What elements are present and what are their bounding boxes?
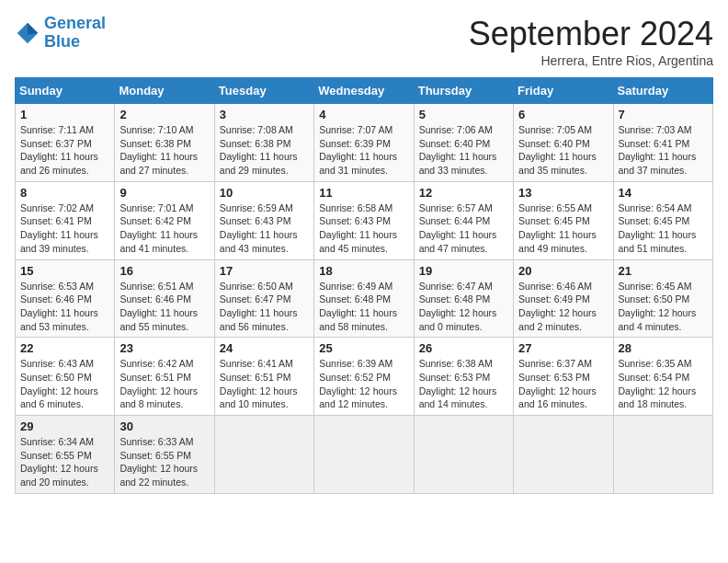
day-number: 18 (319, 264, 408, 278)
day-info: Sunrise: 6:50 AM Sunset: 6:47 PM Dayligh… (220, 280, 309, 334)
calendar-day-cell: 19 Sunrise: 6:47 AM Sunset: 6:48 PM Dayl… (414, 259, 513, 338)
daylight-text: Daylight: 12 hours and 22 minutes. (119, 462, 209, 488)
sunset-text: Sunset: 6:54 PM (619, 371, 708, 385)
title-block: September 2024 Herrera, Entre Rios, Arge… (469, 15, 713, 68)
sunset-text: Sunset: 6:55 PM (20, 449, 109, 463)
day-number: 27 (518, 341, 608, 355)
daylight-text: Daylight: 12 hours and 20 minutes. (20, 462, 109, 488)
sunset-text: Sunset: 6:46 PM (20, 293, 109, 306)
weekday-header: Thursday (414, 78, 513, 104)
day-info: Sunrise: 6:34 AM Sunset: 6:55 PM Dayligh… (20, 435, 109, 489)
daylight-text: Daylight: 11 hours and 39 minutes. (20, 228, 109, 255)
sunrise-text: Sunrise: 6:45 AM (619, 280, 708, 293)
day-info: Sunrise: 6:59 AM Sunset: 6:43 PM Dayligh… (220, 201, 309, 256)
sunset-text: Sunset: 6:43 PM (319, 214, 408, 228)
day-number: 9 (119, 186, 209, 200)
calendar-day-cell: 18 Sunrise: 6:49 AM Sunset: 6:48 PM Dayl… (314, 259, 414, 338)
calendar-day-cell: 10 Sunrise: 6:59 AM Sunset: 6:43 PM Dayl… (214, 181, 313, 259)
day-info: Sunrise: 7:11 AM Sunset: 6:37 PM Dayligh… (20, 123, 109, 178)
calendar-day-cell: 7 Sunrise: 7:03 AM Sunset: 6:41 PM Dayli… (613, 104, 712, 182)
sunset-text: Sunset: 6:44 PM (419, 214, 508, 228)
day-info: Sunrise: 6:45 AM Sunset: 6:50 PM Dayligh… (619, 280, 708, 334)
sunrise-text: Sunrise: 7:11 AM (20, 123, 109, 137)
weekday-header: Sunday (16, 78, 115, 104)
sunrise-text: Sunrise: 6:35 AM (619, 357, 708, 371)
sunset-text: Sunset: 6:38 PM (220, 137, 309, 151)
sunrise-text: Sunrise: 6:46 AM (518, 280, 608, 293)
logo-text: General Blue (44, 15, 106, 52)
calendar-day-cell (214, 416, 313, 494)
sunset-text: Sunset: 6:39 PM (319, 137, 408, 151)
sunset-text: Sunset: 6:51 PM (220, 371, 309, 385)
sunset-text: Sunset: 6:51 PM (119, 371, 209, 385)
calendar-day-cell: 20 Sunrise: 6:46 AM Sunset: 6:49 PM Dayl… (514, 259, 613, 338)
daylight-text: Daylight: 12 hours and 0 minutes. (419, 306, 508, 333)
calendar-day-cell: 21 Sunrise: 6:45 AM Sunset: 6:50 PM Dayl… (613, 259, 712, 338)
day-info: Sunrise: 6:43 AM Sunset: 6:50 PM Dayligh… (20, 357, 109, 411)
day-info: Sunrise: 6:35 AM Sunset: 6:54 PM Dayligh… (619, 357, 708, 411)
daylight-text: Daylight: 11 hours and 41 minutes. (119, 228, 209, 255)
calendar-week-row: 1 Sunrise: 7:11 AM Sunset: 6:37 PM Dayli… (16, 104, 713, 182)
day-number: 11 (319, 186, 408, 200)
calendar-day-cell: 29 Sunrise: 6:34 AM Sunset: 6:55 PM Dayl… (16, 416, 115, 494)
day-number: 2 (119, 108, 209, 121)
sunrise-text: Sunrise: 6:55 AM (518, 201, 608, 215)
day-info: Sunrise: 6:54 AM Sunset: 6:45 PM Dayligh… (619, 201, 708, 256)
sunset-text: Sunset: 6:43 PM (220, 214, 309, 228)
day-number: 19 (419, 264, 508, 278)
daylight-text: Daylight: 11 hours and 37 minutes. (619, 150, 708, 177)
calendar-day-cell: 5 Sunrise: 7:06 AM Sunset: 6:40 PM Dayli… (414, 104, 513, 182)
daylight-text: Daylight: 11 hours and 26 minutes. (20, 150, 109, 177)
sunset-text: Sunset: 6:41 PM (619, 137, 708, 151)
daylight-text: Daylight: 11 hours and 47 minutes. (419, 228, 508, 255)
calendar-day-cell: 27 Sunrise: 6:37 AM Sunset: 6:53 PM Dayl… (514, 338, 613, 416)
calendar-day-cell: 25 Sunrise: 6:39 AM Sunset: 6:52 PM Dayl… (314, 338, 414, 416)
day-info: Sunrise: 6:37 AM Sunset: 6:53 PM Dayligh… (518, 357, 608, 411)
day-info: Sunrise: 6:49 AM Sunset: 6:48 PM Dayligh… (319, 280, 408, 334)
sunset-text: Sunset: 6:40 PM (419, 137, 508, 151)
daylight-text: Daylight: 12 hours and 6 minutes. (20, 385, 109, 411)
calendar-day-cell: 1 Sunrise: 7:11 AM Sunset: 6:37 PM Dayli… (16, 104, 115, 182)
sunrise-text: Sunrise: 7:07 AM (319, 123, 408, 137)
day-number: 12 (419, 186, 508, 200)
calendar-week-row: 22 Sunrise: 6:43 AM Sunset: 6:50 PM Dayl… (16, 338, 713, 416)
day-info: Sunrise: 7:08 AM Sunset: 6:38 PM Dayligh… (220, 123, 309, 178)
day-number: 1 (20, 108, 109, 121)
sunrise-text: Sunrise: 6:33 AM (119, 435, 209, 449)
calendar-day-cell (414, 416, 513, 494)
sunset-text: Sunset: 6:50 PM (20, 371, 109, 385)
day-info: Sunrise: 7:06 AM Sunset: 6:40 PM Dayligh… (419, 123, 508, 178)
day-info: Sunrise: 6:42 AM Sunset: 6:51 PM Dayligh… (119, 357, 209, 411)
day-info: Sunrise: 6:57 AM Sunset: 6:44 PM Dayligh… (419, 201, 508, 256)
sunrise-text: Sunrise: 6:53 AM (20, 280, 109, 293)
sunrise-text: Sunrise: 6:54 AM (619, 201, 708, 215)
sunrise-text: Sunrise: 7:06 AM (419, 123, 508, 137)
daylight-text: Daylight: 11 hours and 35 minutes. (518, 150, 608, 177)
sunrise-text: Sunrise: 6:58 AM (319, 201, 408, 215)
calendar-day-cell: 15 Sunrise: 6:53 AM Sunset: 6:46 PM Dayl… (16, 259, 115, 338)
sunrise-text: Sunrise: 6:39 AM (319, 357, 408, 371)
day-info: Sunrise: 7:10 AM Sunset: 6:38 PM Dayligh… (119, 123, 209, 178)
day-info: Sunrise: 6:39 AM Sunset: 6:52 PM Dayligh… (319, 357, 408, 411)
sunset-text: Sunset: 6:52 PM (319, 371, 408, 385)
calendar-day-cell: 16 Sunrise: 6:51 AM Sunset: 6:46 PM Dayl… (115, 259, 214, 338)
calendar-day-cell: 9 Sunrise: 7:01 AM Sunset: 6:42 PM Dayli… (115, 181, 214, 259)
calendar-day-cell: 8 Sunrise: 7:02 AM Sunset: 6:41 PM Dayli… (16, 181, 115, 259)
calendar-day-cell: 26 Sunrise: 6:38 AM Sunset: 6:53 PM Dayl… (414, 338, 513, 416)
sunrise-text: Sunrise: 6:57 AM (419, 201, 508, 215)
calendar-day-cell (613, 416, 712, 494)
daylight-text: Daylight: 12 hours and 12 minutes. (319, 385, 408, 411)
calendar-day-cell: 4 Sunrise: 7:07 AM Sunset: 6:39 PM Dayli… (314, 104, 414, 182)
day-info: Sunrise: 7:05 AM Sunset: 6:40 PM Dayligh… (518, 123, 608, 178)
sunset-text: Sunset: 6:42 PM (119, 214, 209, 228)
day-number: 28 (619, 341, 708, 355)
logo-icon (15, 20, 40, 46)
sunset-text: Sunset: 6:45 PM (619, 214, 708, 228)
calendar-day-cell: 30 Sunrise: 6:33 AM Sunset: 6:55 PM Dayl… (115, 416, 214, 494)
daylight-text: Daylight: 12 hours and 8 minutes. (119, 385, 209, 411)
day-info: Sunrise: 7:01 AM Sunset: 6:42 PM Dayligh… (119, 201, 209, 256)
page-header: General Blue September 2024 Herrera, Ent… (15, 15, 713, 68)
day-number: 24 (220, 341, 309, 355)
daylight-text: Daylight: 12 hours and 16 minutes. (518, 385, 608, 411)
day-number: 20 (518, 264, 608, 278)
